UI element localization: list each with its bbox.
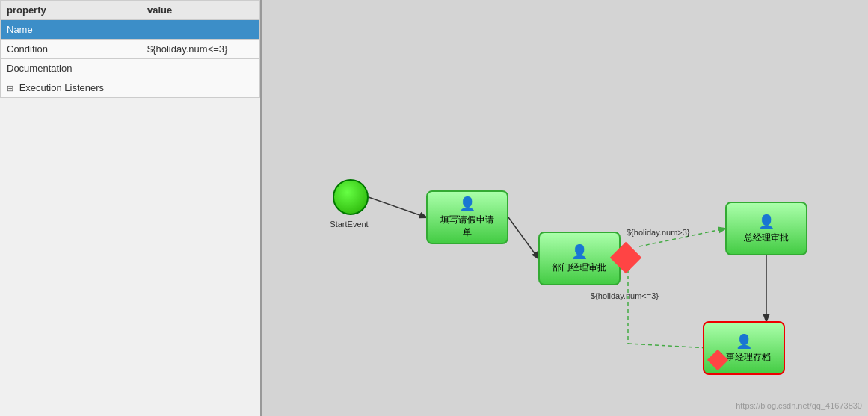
execution-listeners-row[interactable]: ⊞ Execution Listeners [1,78,260,98]
task-person-icon: 👤 [459,196,475,212]
name-property: Name [1,20,141,40]
start-event[interactable] [333,179,369,215]
canvas-area: StartEvent 👤 填写请假申请单 👤 部门经理审批 ${holiday.… [262,0,868,416]
properties-table: property value Name Condition ${holiday.… [0,0,260,98]
task-dept-manager-label: 部门经理审批 [552,261,606,274]
task-person-icon-3: 👤 [758,214,775,230]
start-event-label: StartEvent [319,220,379,229]
value-header: value [141,1,259,20]
property-header: property [1,1,141,20]
task-fill-form[interactable]: 👤 填写请假申请单 [426,190,508,244]
condition-value[interactable]: ${holiday.num<=3} [141,40,259,59]
documentation-property: Documentation [1,59,141,78]
documentation-row[interactable]: Documentation [1,59,260,78]
task-general-manager-label: 总经理审批 [744,232,789,244]
documentation-value[interactable] [141,59,259,78]
task-person-icon-4: 👤 [736,333,752,350]
left-panel: Z: Structure BPMN Editor property value … [0,0,262,416]
task-dept-manager[interactable]: 👤 部门经理审批 [538,232,621,285]
execution-value[interactable] [141,78,259,98]
svg-line-5 [628,344,710,348]
task-general-manager[interactable]: 👤 总经理审批 [725,202,807,255]
condition-label-2: ${holiday.num<=3} [591,291,659,300]
condition-property: Condition [1,40,141,59]
watermark: https://blog.csdn.net/qq_41673830 [736,401,862,410]
execution-property: ⊞ Execution Listeners [1,78,141,98]
condition-label-1: ${holiday.num>3} [627,228,690,237]
name-row[interactable]: Name [1,20,260,40]
name-value[interactable] [141,20,259,40]
svg-line-1 [508,217,538,258]
condition-row[interactable]: Condition ${holiday.num<=3} [1,40,260,59]
task-person-icon-2: 👤 [571,243,588,260]
task-fill-form-label: 填写请假申请单 [440,214,494,239]
svg-line-0 [369,197,426,217]
expand-icon[interactable]: ⊞ [7,84,13,93]
